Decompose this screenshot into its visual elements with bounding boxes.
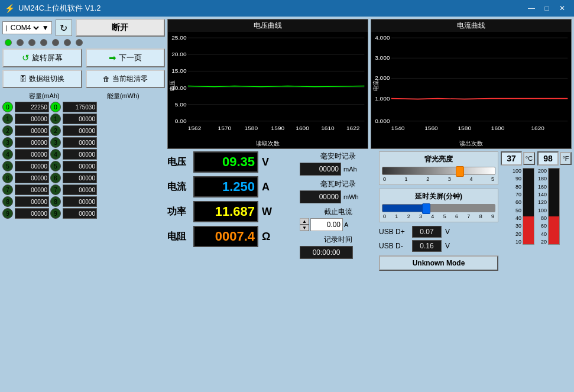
energy-indicator-7: 7 xyxy=(50,184,61,195)
current-chart-area: 4.000 3.000 2.000 1.000 0.000 1540 1560 … xyxy=(371,32,571,139)
delay-scale: 0 1 2 3 4 5 6 7 8 9 xyxy=(382,213,495,219)
status-dot-1 xyxy=(17,39,24,46)
backlight-section: 背光亮度 0 1 2 3 4 5 xyxy=(379,151,498,185)
delay-thumb[interactable] xyxy=(422,203,430,214)
mwh-value: 00000 xyxy=(300,190,341,203)
row-indicator-9: 9 xyxy=(2,208,13,219)
backlight-title: 背光亮度 xyxy=(382,154,495,164)
delay-scale-8: 8 xyxy=(479,213,482,219)
capacity-field-8: 00000 xyxy=(15,196,49,207)
backlight-thumb[interactable] xyxy=(456,166,464,177)
fahrenheit-bar xyxy=(548,168,560,245)
row-indicator-2: 2 xyxy=(2,125,13,136)
capacity-field-1: 00000 xyxy=(15,114,49,124)
voltage-chart: 电压曲线 25.00 20.00 15.00 10.00 xyxy=(167,19,368,149)
status-dots-row xyxy=(2,39,165,46)
celsius-thermometer: 100 90 80 70 60 50 40 30 20 10 xyxy=(513,168,534,390)
current-chart-xlabel: 读出次数 xyxy=(371,139,571,148)
mode-button[interactable]: Unknown Mode xyxy=(379,255,498,271)
recording-panel: 毫安时记录 00000 mAh 毫瓦时记录 00000 mWh 截止电流 xyxy=(300,151,377,390)
svg-text:0.000: 0.000 xyxy=(375,118,390,124)
mah-row: 00000 mAh xyxy=(300,163,377,176)
status-dot-2 xyxy=(28,39,35,46)
action-row: 🗄 数据组切换 🗑 当前组清零 xyxy=(2,70,165,88)
time-section: 记录时间 00:00:00 xyxy=(300,235,377,259)
status-dot-5 xyxy=(64,39,71,46)
capacity-field-4: 00000 xyxy=(15,149,49,160)
delay-section: 延时关屏(分钟) 0 1 2 3 4 5 6 xyxy=(379,189,498,222)
close-button[interactable]: ✕ xyxy=(555,2,569,14)
fahrenheit-box: 98 °F xyxy=(537,151,572,166)
refresh-button[interactable]: ↻ xyxy=(56,20,72,36)
voltage-chart-title: 电压曲线 xyxy=(168,20,368,32)
fahrenheit-value: 98 xyxy=(537,151,559,166)
com-port-select[interactable]: COM4 xyxy=(8,23,41,33)
fahrenheit-label-160: 160 xyxy=(538,184,547,190)
title-bar: ⚡ UM24C上位机软件 V1.2 — □ ✕ xyxy=(0,0,574,17)
svg-text:电压: 电压 xyxy=(169,80,176,91)
maximize-button[interactable]: □ xyxy=(540,2,554,14)
energy-row-2: 200000 xyxy=(50,125,97,136)
celsius-label-80: 80 xyxy=(513,184,521,190)
capacity-field-7: 00000 xyxy=(15,184,49,195)
fahrenheit-label-180: 180 xyxy=(538,176,547,182)
rotate-screen-button[interactable]: ↺ 旋转屏幕 xyxy=(2,48,82,67)
voltage-display: 09.35 xyxy=(193,151,258,173)
row-indicator-6: 6 xyxy=(2,173,13,183)
minimize-button[interactable]: — xyxy=(524,2,539,14)
fahrenheit-unit-button[interactable]: °F xyxy=(560,152,572,165)
voltage-chart-xlabel: 读取次数 xyxy=(168,139,368,148)
cutoff-unit: A xyxy=(344,221,348,228)
disconnect-button[interactable]: 断开 xyxy=(76,19,165,37)
next-page-button[interactable]: ➡ 下一页 xyxy=(86,48,166,67)
row-indicator-1: 1 xyxy=(2,114,13,124)
power-row: 功率 11.687 W xyxy=(167,201,297,222)
energy-row-4: 400000 xyxy=(50,149,97,160)
energy-row-8: 800000 xyxy=(50,196,97,207)
resistance-label: 电阻 xyxy=(167,231,190,243)
usb-dplus-label: USB D+ xyxy=(379,228,408,236)
energy-row-9: 900000 xyxy=(50,208,97,219)
delay-scale-3: 3 xyxy=(419,213,422,219)
celsius-label-90: 90 xyxy=(513,176,521,182)
celsius-label-100: 100 xyxy=(513,168,521,174)
capacity-row-7: 700000 xyxy=(2,184,49,195)
fahrenheit-label-140: 140 xyxy=(538,192,547,197)
celsius-unit-button[interactable]: °C xyxy=(523,152,535,165)
usb-dminus-row: USB D- 0.16 V xyxy=(379,240,498,252)
svg-text:1600: 1600 xyxy=(491,125,505,131)
switch-group-button[interactable]: 🗄 数据组切换 xyxy=(2,70,82,88)
svg-text:4.000: 4.000 xyxy=(375,35,390,41)
clear-group-button[interactable]: 🗑 当前组清零 xyxy=(86,70,166,88)
backlight-slider[interactable] xyxy=(382,167,495,175)
cutoff-down-button[interactable]: ▼ xyxy=(300,225,309,231)
energy-indicator-1: 1 xyxy=(50,114,61,124)
energy-field-1: 00000 xyxy=(63,114,97,124)
energy-indicator-2: 2 xyxy=(50,125,61,136)
cutoff-spinner: ▲ ▼ xyxy=(300,218,309,231)
celsius-label-20: 20 xyxy=(513,231,521,237)
row-indicator-8: 8 xyxy=(2,196,13,207)
temp-display-row: 37 °C 98 °F xyxy=(501,151,572,166)
cutoff-up-button[interactable]: ▲ xyxy=(300,218,309,225)
com-port-selector[interactable]: | COM4 ▼ xyxy=(2,21,52,34)
cutoff-control: ▲ ▼ 0.00 A xyxy=(300,218,377,231)
charts-row: 电压曲线 25.00 20.00 15.00 10.00 xyxy=(167,19,572,149)
data-cols: 0222501000002000003000004000005000006000… xyxy=(2,102,165,219)
svg-text:1580: 1580 xyxy=(245,125,258,131)
svg-text:15.00: 15.00 xyxy=(171,68,186,74)
svg-text:1600: 1600 xyxy=(296,125,309,131)
mwh-label: 毫瓦时记录 xyxy=(300,179,377,189)
energy-row-0: 0175030 xyxy=(50,102,97,112)
current-label: 电流 xyxy=(167,181,190,193)
status-dot-4 xyxy=(52,39,59,46)
delay-slider[interactable] xyxy=(382,204,495,212)
cutoff-value[interactable]: 0.00 xyxy=(310,218,343,231)
cutoff-section: 截止电流 ▲ ▼ 0.00 A xyxy=(300,207,377,231)
main-content: | COM4 ▼ ↻ 断开 ↺ 旋转屏幕 xyxy=(0,17,574,392)
mwh-unit: mWh xyxy=(343,193,359,200)
energy-row-5: 500000 xyxy=(50,161,97,171)
capacity-row-8: 800000 xyxy=(2,196,49,207)
next-icon: ➡ xyxy=(109,53,116,63)
svg-text:25.00: 25.00 xyxy=(171,35,186,41)
